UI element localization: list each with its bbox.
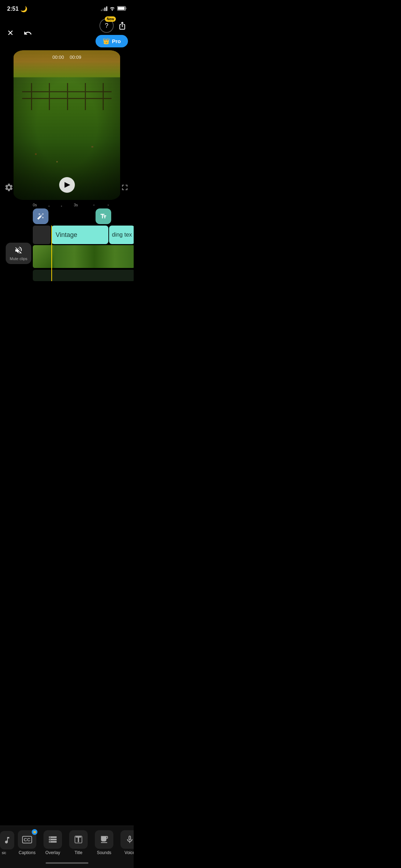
play-button[interactable]	[59, 177, 75, 193]
track-placeholder-left	[33, 226, 51, 244]
status-bar: 2:51 🌙	[0, 0, 134, 16]
crown-icon: 👑	[103, 38, 110, 45]
settings-button[interactable]	[4, 183, 14, 194]
play-icon	[65, 182, 70, 188]
audio-track[interactable]	[33, 270, 134, 281]
toolbar-right: ? New 👑 Pro	[96, 19, 128, 47]
video-thumb	[33, 245, 54, 268]
svg-rect-1	[118, 7, 125, 10]
new-badge: New	[105, 16, 116, 22]
tracks-content: Vintage ding tex	[33, 226, 134, 281]
close-button[interactable]: ✕	[6, 27, 15, 39]
spacer	[0, 281, 134, 331]
video-track-content	[54, 245, 134, 268]
playhead	[51, 226, 52, 281]
video-frame: 00:00 00:09	[14, 50, 120, 200]
help-button-container: ? New	[99, 19, 114, 33]
timeline-tool-icons	[27, 208, 134, 224]
share-button[interactable]	[117, 20, 128, 31]
video-player: 00:00 00:09	[14, 50, 120, 200]
signal-icon	[101, 7, 107, 11]
wifi-icon	[109, 6, 115, 12]
status-icons	[101, 6, 127, 12]
hing-text-clip[interactable]: ding tex	[109, 226, 134, 244]
mute-clips-container: Mute clips	[6, 243, 31, 264]
ruler-dot-1	[34, 202, 62, 208]
fullscreen-button[interactable]	[120, 183, 129, 194]
top-toolbar: ✕ ? New 👑 Pro	[0, 16, 134, 50]
battery-icon	[117, 6, 127, 12]
timeline-tracks: Mute clips Vintage ding tex	[0, 226, 134, 281]
mute-icon	[14, 246, 23, 255]
vintage-clip[interactable]: Vintage	[51, 226, 108, 244]
video-timecodes: 00:00 00:09	[14, 55, 120, 60]
pro-button[interactable]: 👑 Pro	[96, 35, 128, 47]
mute-clips-button[interactable]: Mute clips	[6, 243, 31, 264]
svg-rect-2	[126, 7, 127, 9]
magic-tool-button[interactable]	[33, 208, 48, 224]
text-tool-button[interactable]	[96, 208, 111, 224]
video-track[interactable]	[33, 245, 134, 268]
undo-button[interactable]	[22, 27, 34, 39]
toolbar-left: ✕	[6, 27, 34, 39]
status-time: 2:51 🌙	[7, 6, 27, 12]
timeline-ruler: 0s 3s	[0, 201, 134, 208]
effect-track[interactable]: Vintage ding tex	[33, 226, 134, 244]
